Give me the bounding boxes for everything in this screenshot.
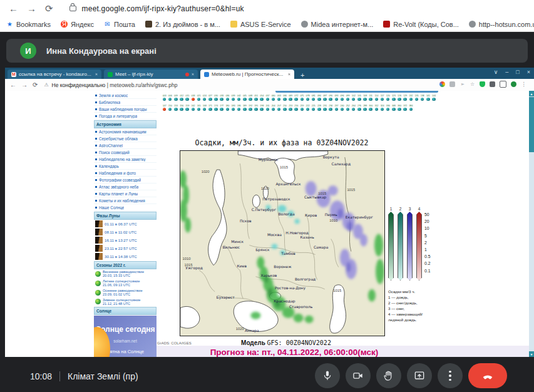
new-tab-button[interactable]: + [300,71,304,79]
hour-button[interactable]: 075 [299,94,305,101]
hour-button[interactable]: 324 [379,104,385,111]
hour-button[interactable]: 057 [265,94,270,101]
hour-button[interactable]: 312 [374,104,379,111]
minimize-icon[interactable]: – [505,69,508,75]
hour-button[interactable]: 027 [207,94,213,101]
sidebar-link[interactable]: Поиск созвездий [94,149,157,156]
camera-button[interactable] [346,363,371,388]
mic-button[interactable] [315,363,340,388]
sidebar-link[interactable]: Наблюдателю на заметку [94,156,157,163]
hour-button[interactable]: 135 [414,94,419,101]
hour-button[interactable]: 213 [287,104,293,111]
hour-button[interactable]: 222 [305,104,311,111]
hour-button[interactable]: 216 [294,104,299,111]
hour-button[interactable]: 132 [408,94,414,101]
hour-button[interactable]: 198 [259,104,265,111]
sidebar-link[interactable]: AstroChannel [94,142,157,149]
hour-button[interactable]: 159 [185,104,190,111]
hour-button[interactable]: 063 [276,94,282,101]
inner-back-icon[interactable]: ← [10,81,16,88]
back-icon[interactable]: ← [9,4,18,13]
hour-button[interactable]: 141 [425,94,431,101]
hour-button[interactable]: 348 [391,104,396,111]
browser-tab[interactable]: Meet – ijf-ripx-kiy× [104,70,198,79]
hour-button[interactable]: 231 [322,104,327,111]
hour-button[interactable]: 168 [202,104,207,111]
hour-button[interactable]: 105 [356,94,362,101]
hour-button[interactable]: 165 [196,104,202,111]
reload-icon[interactable]: ⟳ [45,4,53,13]
hour-button[interactable]: 060 [270,94,276,101]
sidebar-icon[interactable] [500,81,506,88]
hour-button[interactable]: 066 [282,94,287,101]
adblock-shield-icon[interactable] [480,81,485,87]
hour-button[interactable]: 033 [219,94,225,101]
bookmark-item[interactable]: ✉Пошта [104,21,135,28]
hour-button[interactable]: 144 [431,94,436,101]
inner-reload-icon[interactable]: ⟳ [33,81,38,88]
hour-button[interactable]: 021 [196,94,202,101]
hour-button[interactable]: 093 [334,94,339,101]
hour-button[interactable]: 201 [265,104,270,111]
palette-icon[interactable] [439,81,445,87]
hour-button[interactable]: 192 [247,104,253,111]
hour-button[interactable]: 030 [213,94,218,101]
hour-button[interactable]: 252 [345,104,351,111]
hour-button[interactable]: 015 [185,94,190,101]
hour-button[interactable]: 051 [254,94,259,101]
hour-button[interactable]: 069 [287,94,293,101]
hour-button[interactable]: 372 [403,104,408,111]
sidebar-link[interactable]: Наблюдения и фото [94,170,157,177]
hour-button[interactable]: 126 [396,94,402,101]
scroll-up-icon[interactable]: ▲ [529,91,534,96]
hour-button[interactable]: 006 [167,94,173,101]
hour-button[interactable]: 090 [328,94,334,101]
hour-button[interactable]: 087 [322,94,327,101]
sidebar-link[interactable]: Погода и литература [94,113,157,120]
sidebar-link[interactable]: Календарь [94,163,157,170]
hour-button[interactable]: 072 [294,94,299,101]
hour-button[interactable]: 156 [178,104,184,111]
sidebar-link[interactable]: Астрономия начинающим [94,128,157,135]
hour-button[interactable]: 360 [396,104,402,111]
tab-search-icon[interactable]: ∨ [494,69,498,75]
hour-button[interactable]: 138 [419,94,425,101]
hour-button[interactable]: 024 [202,94,207,101]
hour-button[interactable]: 189 [242,104,247,111]
sidebar-link[interactable]: Земля и космос [94,92,157,99]
address-bar[interactable]: meet.google.com/ijf-ripx-kiy?authuser=0&… [82,4,244,13]
hour-button[interactable]: 174 [213,104,218,111]
sidebar-link[interactable]: Серебристые облака [94,135,157,142]
bookmark-item[interactable]: 2. Из дюймов - в м... [145,21,220,28]
tab-close-icon[interactable]: × [288,72,290,76]
hour-button[interactable]: 162 [190,104,196,111]
bookmark-item[interactable]: ASUS E-Service [230,21,291,28]
hour-button[interactable]: 120 [385,94,391,101]
sidebar-link[interactable]: Атлас звёздного неба [94,183,157,190]
hour-button[interactable]: 036 [225,94,230,101]
close-icon[interactable]: × [527,69,530,75]
sidebar-link[interactable]: Библиотека [94,99,157,106]
sidebar-link[interactable]: Фотографии созвездий [94,177,157,183]
bookmark-item[interactable]: http--hotsun.com.u... [469,21,534,28]
maximize-icon[interactable]: □ [516,69,519,75]
browser-menu-icon[interactable]: ⋮ [521,81,526,87]
hour-button[interactable]: 228 [316,104,322,111]
hour-button[interactable]: 153 [173,104,178,111]
hour-button[interactable]: 300 [368,104,374,111]
hour-button[interactable]: 207 [276,104,282,111]
bookmark-item[interactable]: ★Bookmarks [6,21,51,28]
extensions-puzzle-icon[interactable] [490,81,495,87]
profile-avatar[interactable] [511,81,516,87]
bookmark-item[interactable]: ЯЯндекс [61,21,94,28]
hour-button[interactable]: 129 [403,94,408,101]
inner-address-bar[interactable]: Не конфиденциально | meteoweb.ru/arhiv/g… [52,82,178,88]
hour-button[interactable]: 264 [351,104,356,111]
browser-tab[interactable]: Meteoweb.ru | Прогностическ...× [200,70,294,79]
sidebar-link[interactable]: Карты планет и Луны [94,190,157,197]
hour-button[interactable]: 219 [299,104,305,111]
hour-button[interactable]: 045 [242,94,247,101]
scroll-down-icon[interactable]: ▼ [529,351,534,357]
hour-button[interactable]: 102 [351,94,356,101]
hour-button[interactable]: 150 [167,104,173,111]
